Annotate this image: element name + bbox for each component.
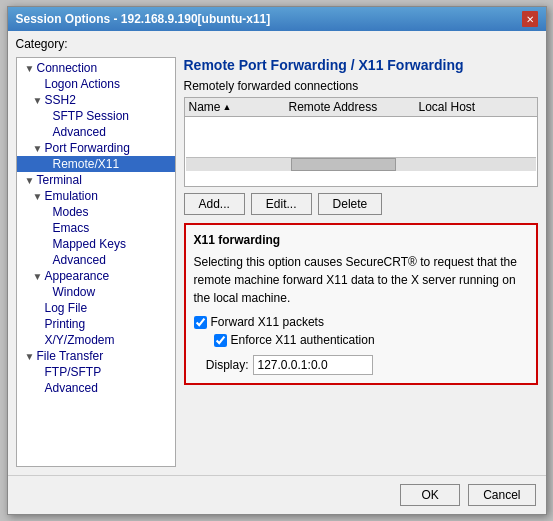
table-col-name: Name ▲ xyxy=(189,100,289,114)
sidebar-item-modes[interactable]: Modes xyxy=(17,204,175,220)
table-col-remote: Remote Address xyxy=(289,100,419,114)
window-title: Session Options - 192.168.9.190[ubuntu-x… xyxy=(16,12,271,26)
right-panel: Remote Port Forwarding / X11 Forwarding … xyxy=(184,57,538,467)
sidebar-item-ftp-sftp[interactable]: FTP/SFTP xyxy=(17,364,175,380)
x11-description: Selecting this option causes SecureCRT® … xyxy=(194,253,528,307)
main-content: ▼ Connection Logon Actions ▼ SSH2 SFTP S… xyxy=(8,53,546,475)
sidebar-item-window[interactable]: Window xyxy=(17,284,175,300)
sidebar-item-appearance[interactable]: ▼ Appearance xyxy=(17,268,175,284)
sidebar-item-connection[interactable]: ▼ Connection xyxy=(17,60,175,76)
sidebar-item-label: Log File xyxy=(45,301,88,315)
sidebar-item-label: X/Y/Zmodem xyxy=(45,333,115,347)
sidebar-item-emulation[interactable]: ▼ Emulation xyxy=(17,188,175,204)
sidebar-item-label: Connection xyxy=(37,61,98,75)
sidebar-item-remote-x11[interactable]: Remote/X11 xyxy=(17,156,175,172)
sidebar-item-label: Modes xyxy=(53,205,89,219)
display-label: Display: xyxy=(194,358,249,372)
enforce-auth-label[interactable]: Enforce X11 authentication xyxy=(231,333,375,347)
forward-x11-label[interactable]: Forward X11 packets xyxy=(211,315,324,329)
toggle-icon: ▼ xyxy=(25,175,37,186)
category-label: Category: xyxy=(8,31,546,53)
toggle-icon: ▼ xyxy=(33,143,45,154)
sidebar-item-sftp-session[interactable]: SFTP Session xyxy=(17,108,175,124)
toggle-icon: ▼ xyxy=(25,63,37,74)
title-bar: Session Options - 192.168.9.190[ubuntu-x… xyxy=(8,7,546,31)
add-button[interactable]: Add... xyxy=(184,193,245,215)
sidebar-item-label: FTP/SFTP xyxy=(45,365,102,379)
section-label: Remotely forwarded connections xyxy=(184,79,538,93)
col-remote-label: Remote Address xyxy=(289,100,378,114)
sidebar-item-label: Logon Actions xyxy=(45,77,120,91)
sidebar-item-label: Mapped Keys xyxy=(53,237,126,251)
sidebar-item-label: Emulation xyxy=(45,189,98,203)
sidebar-item-terminal[interactable]: ▼ Terminal xyxy=(17,172,175,188)
sidebar-item-label: Advanced xyxy=(45,381,98,395)
sidebar-item-advanced-term[interactable]: Advanced xyxy=(17,252,175,268)
enforce-auth-checkbox[interactable] xyxy=(214,334,227,347)
forward-x11-checkbox[interactable] xyxy=(194,316,207,329)
forward-x11-row: Forward X11 packets xyxy=(194,315,528,329)
sidebar-item-printing[interactable]: Printing xyxy=(17,316,175,332)
sidebar-item-log-file[interactable]: Log File xyxy=(17,300,175,316)
ok-button[interactable]: OK xyxy=(400,484,460,506)
sidebar-item-ssh2[interactable]: ▼ SSH2 xyxy=(17,92,175,108)
sidebar-item-port-forwarding[interactable]: ▼ Port Forwarding xyxy=(17,140,175,156)
tree-panel[interactable]: ▼ Connection Logon Actions ▼ SSH2 SFTP S… xyxy=(16,57,176,467)
display-input[interactable] xyxy=(253,355,373,375)
delete-button[interactable]: Delete xyxy=(318,193,383,215)
sidebar-item-label: SSH2 xyxy=(45,93,76,107)
sort-arrow-icon: ▲ xyxy=(223,102,232,112)
sidebar-item-label: Appearance xyxy=(45,269,110,283)
col-name-label: Name xyxy=(189,100,221,114)
sidebar-item-label: Advanced xyxy=(53,125,106,139)
sidebar-item-label: SFTP Session xyxy=(53,109,129,123)
sidebar-item-label: Window xyxy=(53,285,96,299)
sidebar-item-label: File Transfer xyxy=(37,349,104,363)
sidebar-item-advanced-ft[interactable]: Advanced xyxy=(17,380,175,396)
table-header: Name ▲ Remote Address Local Host xyxy=(185,98,537,117)
sidebar-item-label: Advanced xyxy=(53,253,106,267)
sidebar-item-emacs[interactable]: Emacs xyxy=(17,220,175,236)
cancel-button[interactable]: Cancel xyxy=(468,484,535,506)
sidebar-item-label: Printing xyxy=(45,317,86,331)
sidebar-item-mapped-keys[interactable]: Mapped Keys xyxy=(17,236,175,252)
edit-button[interactable]: Edit... xyxy=(251,193,312,215)
x11-title: X11 forwarding xyxy=(194,233,528,247)
session-options-window: Session Options - 192.168.9.190[ubuntu-x… xyxy=(7,6,547,515)
sidebar-item-xy-zmodem[interactable]: X/Y/Zmodem xyxy=(17,332,175,348)
toggle-icon: ▼ xyxy=(25,351,37,362)
enforce-auth-row: Enforce X11 authentication xyxy=(194,333,528,347)
sidebar-item-label: Terminal xyxy=(37,173,82,187)
x11-forwarding-box: X11 forwarding Selecting this option cau… xyxy=(184,223,538,385)
footer: OK Cancel xyxy=(8,475,546,514)
close-button[interactable]: ✕ xyxy=(522,11,538,27)
sidebar-item-label: Remote/X11 xyxy=(53,157,120,171)
panel-title: Remote Port Forwarding / X11 Forwarding xyxy=(184,57,538,73)
toggle-icon: ▼ xyxy=(33,271,45,282)
sidebar-item-file-transfer[interactable]: ▼ File Transfer xyxy=(17,348,175,364)
toggle-icon: ▼ xyxy=(33,191,45,202)
sidebar-item-logon-actions[interactable]: Logon Actions xyxy=(17,76,175,92)
display-row: Display: xyxy=(194,355,528,375)
toggle-icon: ▼ xyxy=(33,95,45,106)
sidebar-item-label: Port Forwarding xyxy=(45,141,130,155)
table-col-local: Local Host xyxy=(419,100,519,114)
sidebar-item-advanced-conn[interactable]: Advanced xyxy=(17,124,175,140)
col-local-label: Local Host xyxy=(419,100,476,114)
window-body: Category: ▼ Connection Logon Actions ▼ S… xyxy=(8,31,546,514)
sidebar-item-label: Emacs xyxy=(53,221,90,235)
forwarding-table[interactable]: Name ▲ Remote Address Local Host xyxy=(184,97,538,187)
action-buttons: Add... Edit... Delete xyxy=(184,193,538,215)
